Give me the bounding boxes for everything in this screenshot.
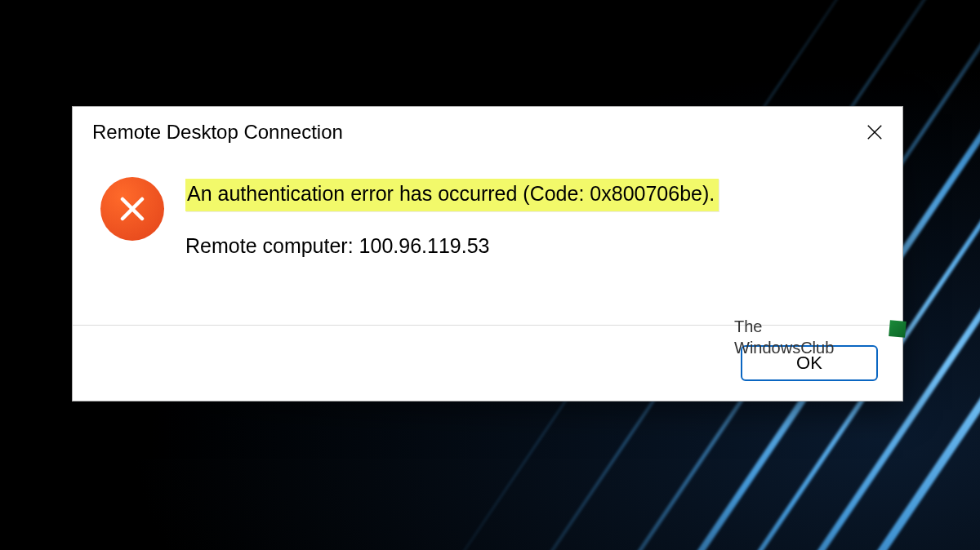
dialog-titlebar: Remote Desktop Connection	[73, 107, 902, 156]
error-dialog: Remote Desktop Connection An authenticat…	[72, 106, 903, 401]
close-icon	[866, 123, 884, 141]
dialog-title: Remote Desktop Connection	[92, 121, 343, 144]
dialog-body: An authentication error has occurred (Co…	[73, 156, 902, 274]
error-icon	[100, 177, 164, 241]
message-area: An authentication error has occurred (Co…	[185, 175, 878, 258]
dialog-footer: OK	[73, 326, 902, 401]
error-message: An authentication error has occurred (Co…	[185, 179, 719, 211]
close-button[interactable]	[858, 116, 891, 149]
ok-button[interactable]: OK	[741, 345, 878, 381]
remote-computer-line: Remote computer: 100.96.119.53	[185, 234, 878, 258]
